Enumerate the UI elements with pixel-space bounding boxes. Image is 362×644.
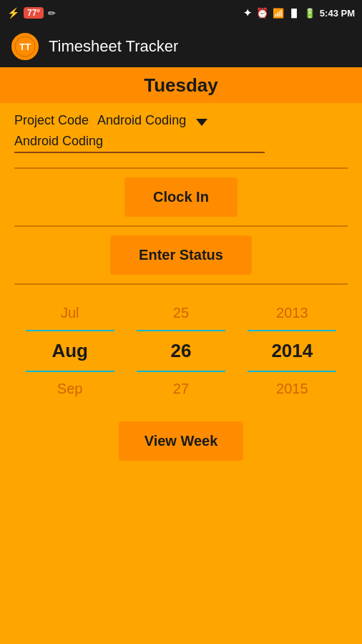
clock-in-button[interactable]: Clock In: [124, 177, 238, 217]
month-below: Sep: [57, 378, 83, 400]
wifi-icon: 📶: [273, 8, 284, 19]
month-column[interactable]: Jul Aug Sep: [14, 302, 125, 400]
month-selected: Aug: [52, 337, 88, 365]
day-selected: 26: [171, 337, 192, 365]
year-above: 2013: [276, 302, 308, 324]
project-row: Project Code Android Coding: [14, 113, 348, 128]
dropdown-arrow-icon[interactable]: [196, 119, 207, 126]
top-divider: [14, 167, 348, 169]
usb-icon: ⚡: [7, 7, 19, 19]
battery-icon: 🔋: [304, 8, 315, 19]
alarm-icon: ⏰: [256, 7, 268, 19]
time-display: 5:43 PM: [320, 8, 355, 19]
bluetooth-icon: ✦: [243, 7, 252, 19]
day-top-line: [137, 330, 225, 331]
clock-in-area: Clock In: [14, 177, 348, 217]
project-input-text: Android Coding: [14, 134, 103, 148]
app-title: Timesheet Tracker: [49, 37, 178, 56]
app-wrapper: ⚡ 77° ✏ ✦ ⏰ 📶 ▐▌ 🔋 5:43 PM TT Timeshee: [0, 0, 362, 644]
month-top-line: [26, 330, 114, 331]
year-selected: 2014: [271, 337, 313, 365]
view-week-button[interactable]: View Week: [119, 421, 244, 461]
view-week-area: View Week: [14, 421, 348, 461]
day-below: 27: [173, 378, 189, 400]
signal-icon: ▐▌: [288, 9, 300, 17]
month-bottom-line: [26, 371, 114, 372]
year-top-line: [248, 330, 336, 331]
date-picker: Jul Aug Sep 25 26 27 2013: [14, 302, 348, 400]
day-above: 25: [173, 302, 189, 324]
project-code-value: Android Coding: [97, 113, 186, 128]
temperature-badge: 77°: [24, 7, 44, 19]
month-above: Jul: [61, 302, 79, 324]
day-header: Tuesday: [0, 67, 362, 103]
day-label: Tuesday: [144, 74, 218, 97]
content-area: Tuesday Project Code Android Coding Andr…: [0, 67, 362, 644]
inner-content: Project Code Android Coding Android Codi…: [0, 103, 362, 461]
enter-status-area: Enter Status: [14, 235, 348, 275]
status-right: ✦ ⏰ 📶 ▐▌ 🔋 5:43 PM: [243, 7, 355, 19]
status-left: ⚡ 77° ✏: [7, 7, 56, 19]
status-bar: ⚡ 77° ✏ ✦ ⏰ 📶 ▐▌ 🔋 5:43 PM: [0, 0, 362, 26]
middle-divider: [14, 225, 348, 227]
app-bar: TT Timesheet Tracker: [0, 26, 362, 67]
project-code-label: Project Code: [14, 113, 89, 128]
project-input-container[interactable]: Android Coding: [14, 134, 265, 153]
year-column[interactable]: 2013 2014 2015: [237, 302, 348, 400]
day-bottom-line: [137, 371, 225, 372]
app-logo: TT: [11, 33, 39, 60]
year-below: 2015: [276, 378, 308, 400]
bottom-divider: [14, 283, 348, 285]
day-column[interactable]: 25 26 27: [125, 302, 236, 400]
svg-text:TT: TT: [19, 42, 31, 52]
enter-status-button[interactable]: Enter Status: [110, 235, 252, 275]
edit-icon: ✏: [48, 8, 56, 19]
year-bottom-line: [248, 371, 336, 372]
